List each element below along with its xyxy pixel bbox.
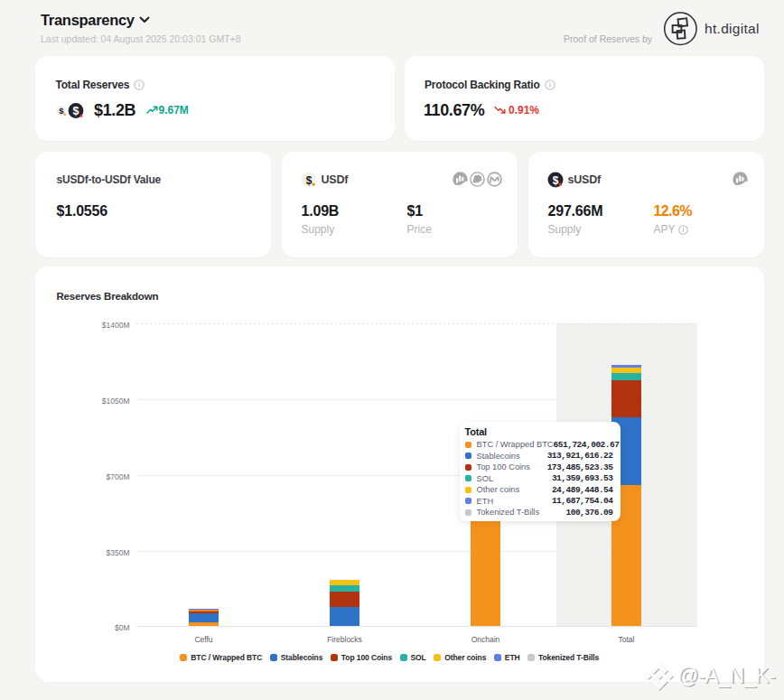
svg-text:$: $ <box>552 174 558 187</box>
svg-text:$: $ <box>73 105 79 117</box>
svg-text:$: $ <box>305 174 312 187</box>
svg-text:$: $ <box>59 106 64 116</box>
